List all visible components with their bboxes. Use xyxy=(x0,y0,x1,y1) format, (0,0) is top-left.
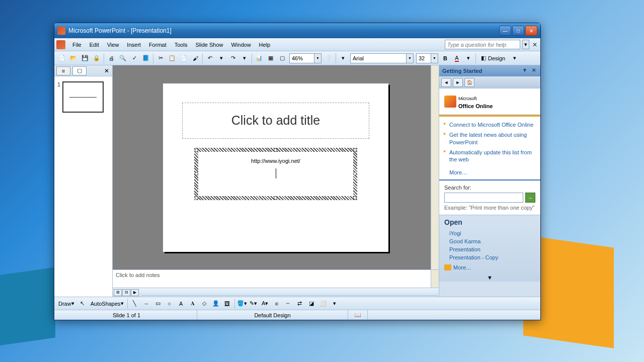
link-update[interactable]: Automatically update this list from the … xyxy=(443,147,536,165)
maximize-button[interactable]: □ xyxy=(512,26,524,36)
paste-icon[interactable]: 📄 xyxy=(178,53,189,64)
spell-icon[interactable]: ✓ xyxy=(129,53,140,64)
menu-file[interactable]: File xyxy=(68,40,86,49)
table-icon[interactable]: ▦ xyxy=(265,53,276,64)
open-item[interactable]: Presentation xyxy=(449,245,535,253)
undo-icon[interactable]: ↶ xyxy=(204,53,215,64)
redo-icon[interactable]: ↷ xyxy=(227,53,238,64)
picture-icon[interactable]: 🖼 xyxy=(222,298,233,309)
sorter-view-icon[interactable]: ⊟ xyxy=(122,289,130,296)
rectangle-icon[interactable]: ▭ xyxy=(152,298,164,309)
chart-icon[interactable]: 📊 xyxy=(254,53,265,64)
undo-dropdown[interactable]: ▾ xyxy=(216,53,227,64)
permission-icon[interactable]: 🔒 xyxy=(91,53,102,64)
back-icon[interactable]: ◄ xyxy=(441,78,451,87)
open-item[interactable]: iYogi xyxy=(449,229,535,237)
textbox-icon[interactable]: A xyxy=(176,298,187,309)
titlebar[interactable]: Microsoft PowerPoint - [Presentation1] —… xyxy=(54,23,540,38)
line-style-icon[interactable]: ≡ xyxy=(271,298,282,309)
open-more[interactable]: More… xyxy=(439,263,540,274)
notes-pane[interactable]: Click to add notes xyxy=(113,269,439,288)
document-icon[interactable] xyxy=(56,40,65,49)
font-combo[interactable]: ▼ xyxy=(350,53,414,63)
help-search-input[interactable] xyxy=(445,40,520,49)
font-size-input[interactable] xyxy=(417,54,431,63)
menu-slideshow[interactable]: Slide Show xyxy=(191,40,227,49)
links-more[interactable]: More… xyxy=(439,167,540,179)
tables-borders-icon[interactable]: ▢ xyxy=(277,53,288,64)
link-news[interactable]: Get the latest news about using PowerPoi… xyxy=(443,130,536,147)
home-icon[interactable]: 🏠 xyxy=(464,78,474,87)
clipart-icon[interactable]: 👤 xyxy=(210,298,221,309)
draw-menu[interactable]: Draw ▾ xyxy=(56,299,76,308)
resize-handle-tl[interactable] xyxy=(195,148,198,152)
status-spell-icon[interactable]: 📖 xyxy=(348,310,368,320)
select-icon[interactable]: ↖ xyxy=(77,298,88,309)
menu-window[interactable]: Window xyxy=(227,40,255,49)
new-icon[interactable]: 📄 xyxy=(56,53,67,64)
font-color-icon[interactable]: A xyxy=(451,53,462,64)
copy-icon[interactable]: 📋 xyxy=(167,53,178,64)
font-color-dropdown[interactable]: ▾ xyxy=(463,53,474,64)
diagram-icon[interactable]: ◇ xyxy=(199,298,210,309)
resize-handle-bl[interactable] xyxy=(195,196,198,200)
resize-handle-tc[interactable] xyxy=(274,148,277,152)
font-input[interactable] xyxy=(351,54,406,63)
slides-tab[interactable]: ▢ xyxy=(72,66,87,75)
resize-handle-ml[interactable] xyxy=(195,172,198,175)
menu-insert[interactable]: Insert xyxy=(123,40,145,49)
forward-icon[interactable]: ► xyxy=(453,78,463,87)
redo-dropdown[interactable]: ▾ xyxy=(239,53,250,64)
normal-view-icon[interactable]: ⊞ xyxy=(114,289,122,296)
open-item[interactable]: Presentation - Copy xyxy=(449,253,535,261)
outline-close-button[interactable]: ✕ xyxy=(103,67,110,74)
autoshapes-menu[interactable]: AutoShapes ▾ xyxy=(89,299,126,308)
menu-format[interactable]: Format xyxy=(145,40,171,49)
format-toolbar-options[interactable]: ▾ xyxy=(509,53,520,64)
taskpane-expand[interactable]: ▼ xyxy=(439,274,540,282)
font-color-draw-icon[interactable]: A▾ xyxy=(260,298,271,309)
slide-canvas[interactable]: Click to add title http://www.iyogi.net/ xyxy=(163,83,388,252)
oval-icon[interactable]: ○ xyxy=(164,298,175,309)
open-icon[interactable]: 📂 xyxy=(68,53,79,64)
outline-tab[interactable]: ≡ xyxy=(56,66,70,75)
zoom-combo[interactable]: ▼ xyxy=(289,53,321,63)
horizontal-scrollbar[interactable] xyxy=(141,290,438,296)
shadow-icon[interactable]: ◪ xyxy=(306,298,317,309)
line-color-icon[interactable]: ✎▾ xyxy=(248,298,259,309)
minimize-button[interactable]: — xyxy=(499,26,511,36)
open-item[interactable]: Good Karma xyxy=(449,237,535,245)
research-icon[interactable]: 📘 xyxy=(140,53,151,64)
print-icon[interactable]: 🖨 xyxy=(106,53,117,64)
slide-thumbnail[interactable]: 1 xyxy=(57,81,109,113)
zoom-input[interactable] xyxy=(290,54,314,63)
wordart-icon[interactable]: 𝐀 xyxy=(187,298,198,309)
menu-help[interactable]: Help xyxy=(255,40,275,49)
search-go-button[interactable]: → xyxy=(525,193,535,203)
help-dropdown[interactable]: ▾ xyxy=(522,40,529,49)
bold-icon[interactable]: B xyxy=(440,53,451,64)
arrow-icon[interactable]: → xyxy=(141,298,152,309)
resize-handle-tr[interactable] xyxy=(353,148,357,152)
search-input[interactable] xyxy=(444,193,523,203)
help-icon[interactable]: ❔ xyxy=(323,53,334,64)
menu-edit[interactable]: Edit xyxy=(86,40,103,49)
design-button[interactable]: ◧Design xyxy=(477,53,509,63)
close-button[interactable]: ✕ xyxy=(525,26,537,36)
line-icon[interactable]: ╲ xyxy=(129,298,140,309)
taskpane-close[interactable]: ✕ xyxy=(530,67,537,74)
format-painter-icon[interactable]: 🖌 xyxy=(190,53,201,64)
resize-handle-br[interactable] xyxy=(353,196,357,200)
slideshow-view-icon[interactable]: ▶ xyxy=(131,289,139,296)
subtitle-placeholder[interactable]: http://www.iyogi.net/ xyxy=(194,148,357,200)
taskpane-dropdown[interactable]: ▼ xyxy=(521,67,528,74)
resize-handle-mr[interactable] xyxy=(353,172,357,175)
slide-scrollbar[interactable] xyxy=(431,65,439,269)
arrow-style-icon[interactable]: ⇄ xyxy=(294,298,305,309)
menu-tools[interactable]: Tools xyxy=(171,40,192,49)
dash-style-icon[interactable]: ┄ xyxy=(283,298,294,309)
menu-view[interactable]: View xyxy=(103,40,123,49)
preview-icon[interactable]: 🔍 xyxy=(117,53,128,64)
notes-scrollbar[interactable] xyxy=(431,270,439,288)
font-size-combo[interactable]: ▼ xyxy=(416,53,438,63)
